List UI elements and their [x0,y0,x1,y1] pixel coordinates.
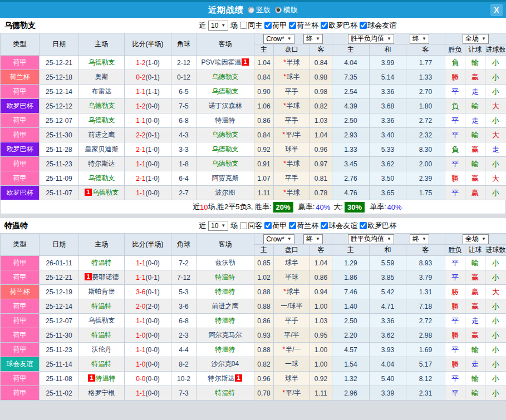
home-team-cell[interactable]: 奥斯 [79,70,125,85]
same-venue-filter[interactable]: 同客 [240,221,262,231]
games-count-select[interactable]: 10▼ [208,221,228,231]
home-team-cell[interactable]: 1费耶诺德 [79,270,125,285]
home-team-cell[interactable]: 特温特 [79,357,125,372]
league-checkbox[interactable] [264,222,272,229]
handicap-result-cell: 赢 [465,299,485,314]
home-team-cell[interactable]: 沃伦丹 [79,343,125,357]
fulltime-score: 1-1 [136,389,145,397]
mean-away-cell: 2.00 [406,157,445,171]
away-odds-cell: 0.84 [310,56,332,70]
away-team-cell[interactable]: 特温特 [196,270,254,285]
home-team-cell[interactable]: 布雷达 [79,85,125,99]
bookmaker-select[interactable]: Crow*▼ [263,34,294,44]
league-checkbox[interactable] [360,222,367,229]
league-filter[interactable]: 荷兰杯 [289,221,318,231]
corner-cell: 7-2 [171,256,196,270]
league-checkbox[interactable] [321,222,328,229]
filter-suffix: 场 [230,21,238,31]
away-team-cell[interactable]: 诺丁汉森林 [196,99,254,113]
games-count-select[interactable]: 10▼ [208,21,228,31]
home-team-cell[interactable]: 皇家贝迪斯 [79,142,125,157]
home-team-cell[interactable]: 特尔斯达 [79,157,125,171]
home-team-cell[interactable]: 乌德勒支 [79,113,125,128]
league-filter[interactable]: 球会友谊 [321,221,357,231]
away-team-name: 乌德勒支 [212,73,239,81]
away-team-cell[interactable]: 阿尔克马尔 [196,328,254,343]
away-team-cell[interactable]: 阿贾克斯 [196,171,254,186]
home-team-cell[interactable]: 格罗宁根 [79,386,125,401]
handicap-cell: 平手 [274,85,310,99]
away-team-cell[interactable]: 波尔图 [196,186,254,200]
away-team-cell[interactable]: 乌德勒支 [196,85,254,99]
section-header-bar: 乌德勒支近10▼场同主荷甲荷兰杯欧罗巴杯球会友谊 [0,18,506,33]
away-team-cell[interactable]: 特温特 [196,285,254,299]
mean-time-select[interactable]: 终▼ [410,34,429,44]
mean-time-select[interactable]: 终▼ [410,234,429,244]
odds-time-select[interactable]: 终▼ [303,34,323,44]
home-team-cell[interactable]: 特温特 [79,299,125,314]
home-team-name: 格罗宁根 [89,389,115,397]
away-team-cell[interactable]: 特温特 [196,113,254,128]
away-team-cell[interactable]: 沙尔克04 [196,357,254,372]
away-team-cell[interactable]: 乌德勒支 [196,70,254,85]
away-team-cell[interactable]: 乌德勒支 [196,128,254,142]
team-name[interactable]: 特温特 [0,221,199,231]
home-team-cell[interactable]: 特温特 [79,328,125,343]
league-checkbox[interactable] [289,22,296,29]
home-odds-cell: 0.92 [254,142,274,157]
away-team-cell[interactable]: 特温特 [196,314,254,328]
league-checkbox[interactable] [321,22,328,29]
view-mode-option[interactable]: 横版 [275,5,298,15]
away-odds-cell: 1.03 [310,314,332,328]
home-team-cell[interactable]: 斯帕肯堡 [79,285,125,299]
home-team-cell[interactable]: 1乌德勒支 [79,186,125,200]
handicap-result-cell: 赢 [465,70,485,85]
radio-checked-icon[interactable] [275,7,282,13]
home-team-cell[interactable]: 乌德勒支 [79,171,125,186]
away-team-cell[interactable]: PSV埃因霍温1 [196,56,254,70]
home-team-cell[interactable]: 前进之鹰 [79,128,125,142]
away-odds-cell: 0.82 [310,99,332,113]
halftime-score: (0-0) [146,160,160,168]
mean-home-cell: 4.39 [332,99,370,113]
league-filter[interactable]: 荷甲 [264,221,287,231]
radio-icon[interactable] [248,7,254,13]
close-button[interactable]: X [490,4,503,16]
same-venue-filter[interactable]: 同主 [240,21,262,31]
bookmaker-select[interactable]: Crow*▼ [263,234,294,244]
sub-column-header: 让球 [465,45,485,56]
team-name[interactable]: 乌德勒支 [0,21,199,31]
scope-select[interactable]: 全场▼ [463,34,489,44]
league-checkbox[interactable] [264,22,272,29]
mean-type-select[interactable]: 胜平负均值▼ [348,34,394,44]
home-team-cell[interactable]: 乌德勒支 [79,56,125,70]
mean-type-select[interactable]: 胜平负均值▼ [348,234,394,244]
view-mode-option[interactable]: 竖版 [248,5,271,15]
same-venue-checkbox[interactable] [240,222,247,229]
home-odds-cell: 0.88 [254,343,274,357]
away-team-cell[interactable]: 特尔斯达1 [196,372,254,386]
away-team-cell[interactable]: 乌德勒支 [196,142,254,157]
away-team-cell[interactable]: 特温特 [196,343,254,357]
away-team-cell[interactable]: 特温特 [196,386,254,401]
same-venue-checkbox[interactable] [240,22,247,29]
league-filter[interactable]: 荷甲 [264,21,287,31]
odds-time-select[interactable]: 终▼ [303,234,323,244]
league-checkbox[interactable] [289,222,296,229]
home-team-cell[interactable]: 乌德勒支 [79,99,125,113]
league-filter[interactable]: 球会友谊 [360,21,396,31]
handicap-value: 一球 [285,360,298,368]
league-checkbox[interactable] [360,22,367,29]
away-team-cell[interactable]: 前进之鹰 [196,299,254,314]
scope-select[interactable]: 全场▼ [463,234,489,244]
mean-away-cell: 8.30 [406,142,445,157]
league-filter[interactable]: 欧罗巴杯 [321,21,357,31]
home-team-cell[interactable]: 1特温特 [79,372,125,386]
home-team-cell[interactable]: 乌德勒支 [79,314,125,328]
column-header: 日期 [40,234,79,256]
away-team-cell[interactable]: 乌德勒支 [196,157,254,171]
league-filter[interactable]: 欧罗巴杯 [360,221,396,231]
league-filter[interactable]: 荷兰杯 [289,21,318,31]
home-team-cell[interactable]: 特温特 [79,256,125,270]
away-team-cell[interactable]: 兹沃勒 [196,256,254,270]
